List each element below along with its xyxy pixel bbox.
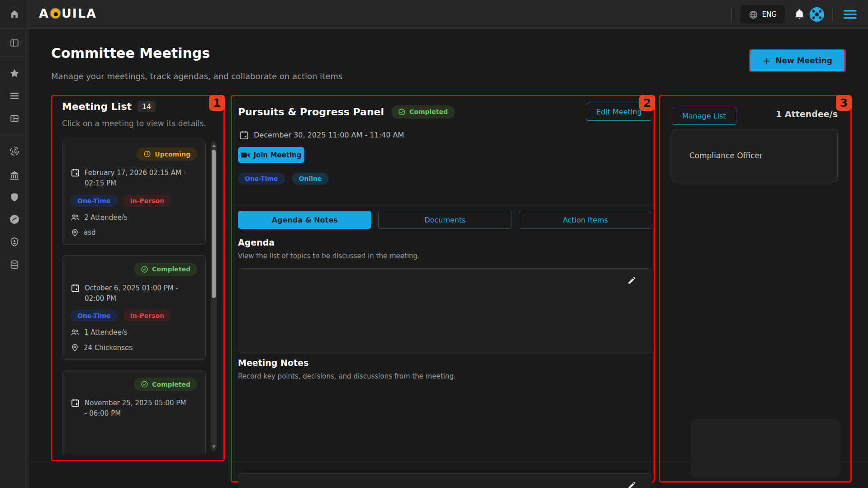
detail-tabs: Agenda & Notes Documents Action Items <box>238 211 652 229</box>
tab-documents[interactable]: Documents <box>378 211 512 229</box>
agenda-heading: Agenda <box>238 237 275 247</box>
meeting-detail-panel: 2 Pursuits & Progress Panel Completed Ed… <box>231 95 655 483</box>
attendee-count: 1 Attendee/s <box>776 109 838 119</box>
check-circle-icon <box>398 108 406 116</box>
list-icon[interactable] <box>0 86 28 106</box>
language-label: ENG <box>762 10 777 19</box>
page-title: Committee Meetings <box>51 45 210 61</box>
database-icon[interactable] <box>0 255 28 275</box>
users-icon <box>71 328 80 337</box>
edit-meeting-label: Edit Meeting <box>596 108 642 116</box>
scrollbar-thumb[interactable] <box>212 150 216 298</box>
agenda-content-box[interactable] <box>238 268 652 353</box>
calendar-icon <box>239 130 249 140</box>
layout-grid-icon[interactable] <box>0 109 28 128</box>
section-divider <box>232 205 654 205</box>
scrollbar-up-icon[interactable] <box>212 144 216 147</box>
logo-text-left: A <box>39 6 49 20</box>
tab-action-items[interactable]: Action Items <box>519 211 652 229</box>
attendee-name: Compliance Officer <box>689 151 763 160</box>
attendees-label: 2 Attendee/s <box>84 213 128 222</box>
shield-user-icon[interactable] <box>0 232 28 252</box>
attendees-row: 1 Attendee/s <box>71 328 197 337</box>
meeting-list-header: Meeting List 14 <box>62 101 156 112</box>
globe-icon <box>749 10 758 19</box>
location-row: asd <box>71 228 197 237</box>
sidebar-divider <box>0 57 28 57</box>
gauge-icon[interactable] <box>0 209 28 229</box>
language-selector[interactable]: ENG <box>740 5 785 24</box>
status-label: Upcoming <box>155 151 190 158</box>
logo-text-right: UILA <box>62 6 97 20</box>
wheel-icon[interactable] <box>809 6 825 23</box>
attendees-panel: 3 Manage List 1 Attendee/s Compliance Of… <box>659 95 852 483</box>
meeting-date-row: February 17, 2026 02:15 AM - 02:15 PM <box>71 168 197 189</box>
status-badge: Completed <box>134 263 197 276</box>
meeting-date: November 25, 2025 05:00 PM - 06:00 PM <box>85 398 189 419</box>
map-pin-icon <box>71 343 79 352</box>
new-meeting-button[interactable]: + New Meeting <box>749 49 846 72</box>
navbar: AUILA ENG <box>28 0 868 29</box>
notes-heading: Meeting Notes <box>238 358 308 368</box>
location-label: asd <box>84 228 96 237</box>
meeting-datetime: December 30, 2025 11:00 AM - 11:40 AM <box>254 131 404 139</box>
status-label: Completed <box>152 265 190 273</box>
join-meeting-label: Join Meeting <box>254 151 302 159</box>
tag-in-person: In-Person <box>123 195 171 207</box>
sidebar-divider <box>0 136 28 136</box>
scrollbar-down-icon[interactable] <box>212 445 216 448</box>
join-meeting-button[interactable]: Join Meeting <box>238 147 304 163</box>
meeting-date: February 17, 2026 02:15 AM - 02:15 PM <box>85 168 189 189</box>
panel-left-icon[interactable] <box>0 33 28 53</box>
bank-icon[interactable] <box>0 166 28 185</box>
meeting-date-row: October 6, 2025 01:00 PM - 02:00 PM <box>71 283 197 304</box>
meeting-card[interactable]: Completed October 6, 2025 01:00 PM - 02:… <box>62 255 206 360</box>
meeting-list-title: Meeting List <box>62 101 132 112</box>
meeting-card[interactable]: Upcoming February 17, 2026 02:15 AM - 02… <box>62 140 206 245</box>
map-pin-icon <box>71 228 79 237</box>
notifications-bell-icon[interactable] <box>794 8 805 21</box>
meeting-card[interactable]: Completed November 25, 2025 05:00 PM - 0… <box>62 370 206 454</box>
pencil-icon[interactable] <box>627 481 636 488</box>
manage-list-label: Manage List <box>682 112 726 120</box>
check-circle-icon <box>141 380 148 388</box>
meeting-datetime-row: December 30, 2025 11:00 AM - 11:40 AM <box>239 130 404 140</box>
attendees-label: 1 Attendee/s <box>84 328 128 336</box>
new-meeting-label: New Meeting <box>775 56 832 65</box>
edit-meeting-button[interactable]: Edit Meeting <box>586 103 652 121</box>
notes-content-box[interactable] <box>238 473 652 488</box>
sidebar <box>0 0 28 488</box>
tag-one-time: One-Time <box>71 195 118 207</box>
meeting-count-badge: 14 <box>138 101 156 112</box>
annotation-chip-3: 3 <box>836 95 852 111</box>
star-icon[interactable] <box>0 63 28 83</box>
sidebar-divider <box>0 28 28 29</box>
tag-in-person: In-Person <box>123 310 171 322</box>
app-logo[interactable]: AUILA <box>39 6 97 20</box>
tag-one-time: One-Time <box>71 310 118 322</box>
calendar-icon <box>71 283 80 293</box>
video-icon <box>241 152 250 158</box>
users-icon <box>71 213 80 222</box>
tab-agenda-notes[interactable]: Agenda & Notes <box>238 211 371 229</box>
agenda-subheading: View the list of topics to be discussed … <box>238 252 420 260</box>
home-icon[interactable] <box>0 4 28 24</box>
navbar-divider <box>731 7 732 22</box>
status-badge: Completed <box>134 378 197 391</box>
meeting-title: Pursuits & Progress Panel <box>238 106 384 118</box>
page-subtitle: Manage your meetings, track agendas, and… <box>51 71 342 81</box>
ghost-panel <box>691 419 840 478</box>
meeting-tags: One-Time In-Person <box>71 195 197 207</box>
calendar-icon <box>71 168 80 177</box>
menu-icon[interactable] <box>844 9 857 20</box>
radar-icon[interactable] <box>0 141 28 161</box>
pencil-icon[interactable] <box>627 276 636 285</box>
status-label: Completed <box>152 381 190 388</box>
attendee-card[interactable]: Compliance Officer <box>672 129 838 182</box>
scrollbar[interactable] <box>211 142 217 451</box>
meeting-tags: One-Time Online <box>238 173 329 185</box>
manage-list-button[interactable]: Manage List <box>672 107 736 125</box>
shield-icon[interactable] <box>0 187 28 207</box>
meeting-cards-list: Upcoming February 17, 2026 02:15 AM - 02… <box>62 140 206 454</box>
calendar-icon <box>71 398 80 407</box>
